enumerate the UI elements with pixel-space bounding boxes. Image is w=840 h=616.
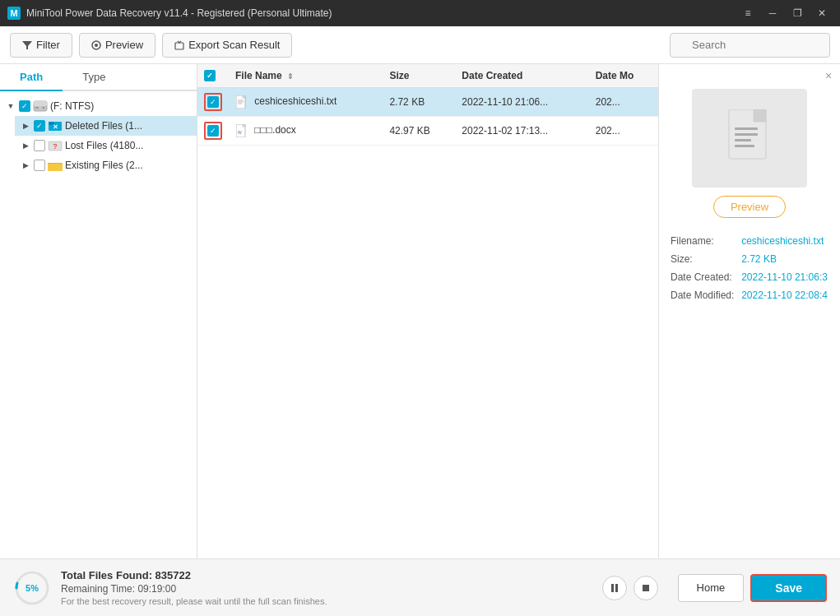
row1-filename: ceshiceshiceshi.txt: [229, 88, 383, 117]
tree-lost-checkbox[interactable]: [34, 140, 45, 151]
preview-label: Preview: [105, 39, 143, 51]
svg-point-4: [95, 44, 98, 47]
home-button[interactable]: Home: [678, 574, 745, 602]
preview-btn[interactable]: Preview: [713, 196, 786, 218]
maximize-btn[interactable]: ❐: [786, 4, 809, 22]
tree-existing-toggle[interactable]: ▶: [20, 160, 31, 171]
row1-date-modified: 202...: [589, 88, 658, 117]
svg-rect-27: [735, 139, 751, 141]
date-created-value: 2022-11-10 21:06:3: [741, 269, 828, 285]
row2-file-icon: W: [235, 123, 248, 138]
tree-deleted-checkbox[interactable]: ✓: [34, 120, 45, 132]
bottom-bar: 5% Total Files Found: 835722 Remaining T…: [0, 558, 840, 616]
right-panel: × Preview Filename: ceshiceshiceshi.txt: [659, 64, 840, 558]
menu-btn[interactable]: ≡: [736, 4, 759, 22]
svg-rect-32: [615, 584, 618, 592]
tree-root-toggle[interactable]: ▼: [5, 100, 16, 112]
search-input[interactable]: [670, 33, 830, 58]
svg-rect-26: [735, 133, 758, 136]
svg-point-9: [43, 107, 45, 109]
window-controls: ≡ ─ ❐ ✕: [736, 4, 833, 22]
row1-checkbox-cell: ✓: [197, 88, 229, 117]
main-area: Path Type ▼ ✓ (F: NTFS): [0, 64, 840, 558]
playback-controls: [602, 576, 658, 600]
size-value: 2.72 KB: [741, 251, 828, 267]
filter-icon: [22, 40, 32, 50]
tree-deleted-toggle[interactable]: ▶: [20, 120, 31, 132]
tab-path[interactable]: Path: [0, 64, 63, 91]
filename-value: ceshiceshiceshi.txt: [741, 233, 828, 249]
size-label: Size:: [671, 251, 740, 267]
row1-filename-text: ceshiceshiceshi.txt: [254, 95, 336, 107]
svg-text:M: M: [10, 8, 17, 18]
svg-rect-28: [735, 145, 754, 147]
app-icon: M: [7, 6, 21, 21]
tree-deleted-label: Deleted Files (1...: [65, 120, 192, 132]
svg-marker-2: [22, 41, 32, 49]
pause-button[interactable]: [602, 576, 627, 600]
date-modified-label: Date Modified:: [671, 287, 740, 303]
remaining-label: Remaining Time:: [61, 583, 135, 595]
header-date-created: Date Created: [455, 64, 588, 88]
header-checkbox[interactable]: ✓: [204, 70, 216, 81]
header-checkbox-cell: ✓: [197, 64, 229, 88]
row1-size: 2.72 KB: [383, 88, 455, 117]
total-files-value: 835722: [155, 569, 191, 581]
filter-button[interactable]: Filter: [10, 33, 72, 58]
tree-item-deleted[interactable]: ▶ ✓ ✕ Deleted Files (1...: [15, 116, 197, 136]
preview-button[interactable]: Preview: [79, 33, 155, 58]
file-info-created-row: Date Created: 2022-11-10 21:06:3: [671, 269, 828, 285]
row2-size: 42.97 KB: [383, 117, 455, 146]
left-panel: Path Type ▼ ✓ (F: NTFS): [0, 64, 197, 558]
right-panel-close-btn[interactable]: ×: [822, 69, 835, 82]
file-info-size-row: Size: 2.72 KB: [671, 251, 828, 267]
file-table-header: ✓ File Name ⇕ Size Date Created: [197, 64, 658, 88]
file-table-wrapper: ✓ File Name ⇕ Size Date Created: [197, 64, 658, 558]
row1-checkbox[interactable]: ✓: [207, 96, 219, 108]
save-button[interactable]: Save: [750, 574, 827, 602]
tree-root-checkbox[interactable]: ✓: [19, 100, 30, 112]
row2-checkbox-cell: ✓: [197, 117, 229, 146]
close-btn[interactable]: ✕: [810, 4, 833, 22]
export-label: Export Scan Result: [188, 39, 280, 51]
table-row[interactable]: ✓ W □□□.docx: [197, 117, 658, 146]
table-row[interactable]: ✓: [197, 88, 658, 117]
stop-button[interactable]: [633, 576, 658, 600]
svg-rect-17: [48, 164, 63, 171]
header-size: Size: [383, 64, 455, 88]
row1-file-icon: [235, 95, 248, 109]
row2-checkbox[interactable]: ✓: [207, 125, 219, 137]
filename-sort-icon: ⇕: [287, 72, 294, 81]
tree-existing-label: Existing Files (2...: [65, 160, 192, 171]
tree-children: ▶ ✓ ✕ Deleted Files (1... ▶: [0, 116, 197, 175]
tree-root-item[interactable]: ▼ ✓ (F: NTFS): [0, 96, 197, 116]
middle-panel: ✓ File Name ⇕ Size Date Created: [197, 64, 659, 558]
file-table: ✓ File Name ⇕ Size Date Created: [197, 64, 658, 146]
preview-doc-icon: [725, 109, 774, 167]
row2-filename: W □□□.docx: [229, 117, 383, 146]
tree-lost-toggle[interactable]: ▶: [20, 140, 31, 151]
progress-percent: 5%: [26, 583, 39, 593]
bottom-right-buttons: Home Save: [678, 574, 827, 602]
tree-lost-icon: ?: [48, 139, 63, 152]
tree-lost-label: Lost Files (4180...: [65, 140, 192, 151]
tab-type[interactable]: Type: [63, 64, 125, 91]
minimize-btn[interactable]: ─: [761, 4, 784, 22]
tree-existing-checkbox[interactable]: [34, 160, 45, 171]
svg-text:?: ?: [53, 142, 58, 151]
row1-date-created: 2022-11-10 21:06...: [455, 88, 588, 117]
file-table-body: ✓: [197, 88, 658, 146]
preview-box: [692, 89, 807, 188]
tree-item-existing[interactable]: ▶ Existing Files (2...: [15, 155, 197, 175]
remaining-value: 09:19:00: [137, 583, 176, 595]
export-button[interactable]: Export Scan Result: [162, 33, 292, 58]
export-icon: [174, 40, 184, 50]
filter-label: Filter: [36, 39, 60, 51]
svg-rect-33: [643, 585, 649, 591]
row2-date-created: 2022-11-02 17:13...: [455, 117, 588, 146]
scan-hint: For the best recovery result, please wai…: [61, 596, 592, 606]
tree-item-lost[interactable]: ▶ ? Lost Files (4180...: [15, 136, 197, 155]
toolbar: Filter Preview Export Scan Result 🔍: [0, 26, 840, 64]
date-created-label: Date Created:: [671, 269, 740, 285]
header-date-modified: Date Mo: [589, 64, 658, 88]
